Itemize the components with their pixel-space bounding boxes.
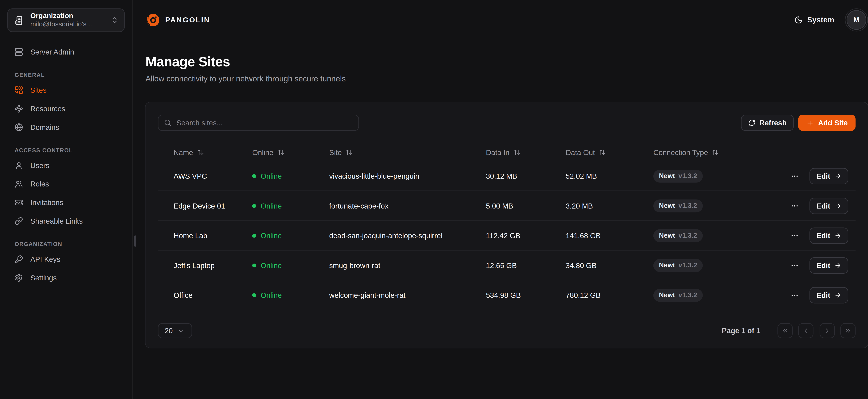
edit-button[interactable]: Edit xyxy=(810,257,848,273)
column-label: Online xyxy=(252,148,273,157)
moon-icon xyxy=(795,16,803,24)
globe-icon xyxy=(14,123,23,131)
sidebar-item-domains[interactable]: Domains xyxy=(7,121,125,133)
column-header-data-in[interactable]: Data In xyxy=(486,148,566,157)
building-icon xyxy=(14,16,24,25)
user-avatar[interactable]: M xyxy=(847,10,866,30)
connection-name: Newt xyxy=(659,261,675,269)
site-slug: smug-brown-rat xyxy=(329,261,486,270)
search-input[interactable] xyxy=(176,119,353,127)
data-out: 3.20 MB xyxy=(566,202,653,210)
sort-icon xyxy=(197,149,204,156)
arrow-right-icon xyxy=(834,262,841,269)
top-right-controls: System M xyxy=(795,10,866,30)
sidebar-scrollbar[interactable] xyxy=(134,236,136,247)
column-label: Data Out xyxy=(566,148,595,157)
arrow-right-icon xyxy=(834,202,841,209)
arrow-right-icon xyxy=(834,172,841,180)
previous-page-button[interactable] xyxy=(798,323,813,338)
arrow-right-icon xyxy=(834,291,841,299)
connection-badge: Newtv1.3.2 xyxy=(653,259,703,272)
table-row: Office Online welcome-giant-mole-rat 534… xyxy=(158,280,856,310)
site-name: Jeff's Laptop xyxy=(174,261,252,270)
connection-badge: Newtv1.3.2 xyxy=(653,199,703,212)
brand: PANGOLIN xyxy=(146,12,210,27)
column-label: Connection Type xyxy=(653,148,708,157)
sidebar-item-invitations[interactable]: Invitations xyxy=(7,196,125,208)
edit-button[interactable]: Edit xyxy=(810,197,848,214)
page-indicator: Page 1 of 1 xyxy=(722,327,761,335)
theme-label: System xyxy=(807,16,834,24)
waypoints-icon xyxy=(14,104,23,113)
column-header-connection-type[interactable]: Connection Type xyxy=(653,148,749,157)
server-icon xyxy=(14,48,23,56)
page-size-select[interactable]: 20 xyxy=(158,323,192,338)
sidebar-item-sites[interactable]: Sites xyxy=(7,84,125,96)
column-header-online[interactable]: Online xyxy=(252,148,329,157)
sidebar-item-label: Shareable Links xyxy=(30,216,83,225)
online-label: Online xyxy=(260,172,282,180)
edit-label: Edit xyxy=(816,291,830,299)
sort-icon xyxy=(346,149,352,156)
connection-version: v1.3.2 xyxy=(678,261,697,269)
table-row: Home Lab Online dead-san-joaquin-antelop… xyxy=(158,221,856,251)
sidebar-item-label: Resources xyxy=(30,104,65,113)
first-page-button[interactable] xyxy=(777,323,792,338)
connection-badge: Newtv1.3.2 xyxy=(653,288,703,301)
sidebar-item-roles[interactable]: Roles xyxy=(7,178,125,190)
page-head: Manage Sites Allow connectivity to your … xyxy=(146,54,346,83)
sort-icon xyxy=(277,149,284,156)
sites-card: Refresh Add Site Name Online xyxy=(145,102,868,348)
sidebar-item-api-keys[interactable]: API Keys xyxy=(7,253,125,265)
column-header-data-out[interactable]: Data Out xyxy=(566,148,653,157)
sidebar-item-settings[interactable]: Settings xyxy=(7,271,125,284)
pangolin-logo-icon xyxy=(146,12,161,27)
online-dot-icon xyxy=(252,263,256,267)
row-menu-button[interactable] xyxy=(788,199,801,212)
org-value: milo@fossorial.io's ... xyxy=(30,21,104,29)
table-footer: 20 Page 1 of 1 xyxy=(158,323,856,338)
row-menu-button[interactable] xyxy=(788,288,801,301)
next-page-button[interactable] xyxy=(819,323,835,338)
connection-badge: Newtv1.3.2 xyxy=(653,229,703,242)
edit-label: Edit xyxy=(816,202,830,210)
last-page-button[interactable] xyxy=(840,323,856,338)
org-selector[interactable]: Organization milo@fossorial.io's ... xyxy=(7,8,125,32)
edit-button[interactable]: Edit xyxy=(810,287,848,303)
row-menu-button[interactable] xyxy=(788,170,801,182)
sidebar-item-server-admin[interactable]: Server Admin xyxy=(7,45,125,58)
column-header-name[interactable]: Name xyxy=(174,148,252,157)
page-subtitle: Allow connectivity to your network throu… xyxy=(146,74,346,83)
sidebar-item-resources[interactable]: Resources xyxy=(7,102,125,115)
users-icon xyxy=(14,180,23,188)
sidebar: Organization milo@fossorial.io's ... Ser… xyxy=(0,0,133,399)
sidebar-item-users[interactable]: Users xyxy=(7,159,125,172)
connection-name: Newt xyxy=(659,202,675,210)
table-row: Jeff's Laptop Online smug-brown-rat 12.6… xyxy=(158,250,856,280)
chevrons-up-down-icon xyxy=(111,16,118,24)
search-icon xyxy=(164,119,172,126)
refresh-icon xyxy=(748,119,755,126)
connection-version: v1.3.2 xyxy=(678,202,697,210)
edit-button[interactable]: Edit xyxy=(810,227,848,244)
row-menu-button[interactable] xyxy=(788,229,801,242)
online-status: Online xyxy=(252,231,329,240)
sidebar-item-label: Roles xyxy=(30,180,49,188)
data-out: 141.68 GB xyxy=(566,231,653,240)
connection-name: Newt xyxy=(659,172,675,180)
sidebar-item-shareable-links[interactable]: Shareable Links xyxy=(7,215,125,227)
online-label: Online xyxy=(260,261,282,270)
org-text: Organization milo@fossorial.io's ... xyxy=(30,12,104,29)
combine-icon xyxy=(14,86,23,94)
edit-label: Edit xyxy=(816,172,830,180)
column-header-site[interactable]: Site xyxy=(329,148,486,157)
theme-toggle[interactable]: System xyxy=(795,16,834,24)
add-site-button[interactable]: Add Site xyxy=(798,115,856,131)
online-dot-icon xyxy=(252,293,256,297)
row-menu-button[interactable] xyxy=(788,259,801,272)
data-in: 5.00 MB xyxy=(486,202,566,210)
connection-name: Newt xyxy=(659,291,675,299)
refresh-button[interactable]: Refresh xyxy=(741,115,794,131)
edit-button[interactable]: Edit xyxy=(810,168,848,184)
online-status: Online xyxy=(252,291,329,299)
